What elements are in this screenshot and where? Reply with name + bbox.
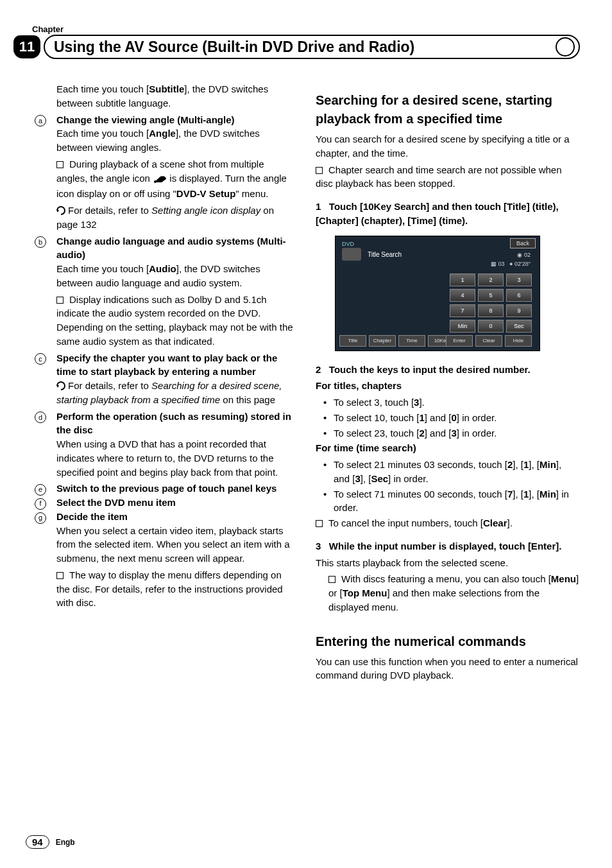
ss-dvd-label: DVD (342, 240, 354, 248)
note-icon (316, 520, 323, 527)
ss-disc-icon (342, 248, 361, 261)
item-15: f Select the DVD menu item (32, 496, 296, 510)
svg-point-0 (154, 180, 157, 183)
ss-key-1: 1 (450, 273, 475, 286)
item-11-num: b (35, 236, 46, 248)
titles-list: To select 3, touch [3]. To select 10, to… (316, 395, 580, 440)
ss-key-7: 7 (450, 304, 475, 317)
ss-action-buttons: Enter Clear Hide (446, 335, 532, 347)
ss-key-2: 2 (478, 273, 504, 286)
item-14: e Switch to the previous page of touch p… (32, 482, 296, 496)
page-footer: 94 Engb (26, 835, 75, 849)
item-12-num: c (35, 353, 46, 365)
ss-key-6: 6 (506, 289, 532, 302)
right-column: Searching for a desired scene, starting … (316, 82, 580, 685)
item-14-title: Switch to the previous page of touch pan… (56, 483, 276, 494)
left-column: Each time you touch [Subtitle], the DVD … (32, 82, 296, 685)
note-icon (56, 161, 64, 168)
item-15-num: f (35, 498, 46, 510)
item-12-title: Specify the chapter you want to play bac… (56, 352, 277, 378)
time-list: To select 21 minutes 03 seconds, touch [… (316, 458, 580, 515)
ss-key-5: 5 (478, 289, 504, 302)
for-titles-label: For titles, chapters (316, 379, 580, 393)
note-icon (56, 572, 64, 579)
language-code: Engb (56, 838, 75, 847)
subtitle-continuation: Each time you touch [Subtitle], the DVD … (56, 82, 296, 110)
item-13-title: Perform the operation (such as resuming)… (56, 411, 291, 436)
section-heading-numerical: Entering the numerical commands (316, 632, 580, 651)
item-11-title: Change audio language and audio systems … (56, 236, 286, 261)
ss-hide: Hide (505, 335, 532, 347)
note-icon (328, 576, 336, 583)
ui-screenshot: DVD Back Title Search ◉ 02 ▦ 03 ● 02'28"… (335, 236, 540, 351)
ss-key-sec: Sec (506, 320, 532, 333)
ss-key-9: 9 (506, 304, 532, 317)
ss-key-0: 0 (478, 320, 504, 333)
item-16-title: Decide the item (56, 511, 128, 522)
note-icon (56, 297, 64, 304)
reference-icon (56, 380, 65, 389)
ss-tabs: Title Chapter Time 10Key (339, 335, 455, 347)
for-time-label: For time (time search) (316, 441, 580, 455)
step-3: While the input number is displayed, tou… (329, 541, 562, 551)
chapter-number-badge: 11 (13, 35, 40, 58)
chapter-title: Using the AV Source (Built-in DVD Drive … (54, 39, 414, 56)
item-16: g Decide the item (32, 510, 296, 524)
item-15-title: Select the DVD menu item (56, 497, 176, 508)
chapter-label: Chapter (32, 24, 64, 34)
item-10-num: a (35, 115, 46, 126)
item-16-num: g (35, 512, 46, 524)
ss-meta: ◉ 02 ▦ 03 ● 02'28" (491, 250, 531, 268)
section-heading-search: Searching for a desired scene, starting … (316, 91, 580, 128)
item-10: a Change the viewing angle (Multi-angle) (32, 113, 296, 127)
ss-enter: Enter (446, 335, 473, 347)
ss-key-min: Min (450, 320, 475, 333)
ss-tab-time: Time (398, 335, 425, 347)
page-number: 94 (26, 835, 49, 849)
ss-keypad: 1 2 3 4 5 6 7 8 9 Min 0 Sec (450, 273, 532, 333)
step-1: Touch [10Key Search] and then touch [Tit… (316, 201, 559, 226)
ss-title-search: Title Search (368, 250, 402, 260)
item-13: d Perform the operation (such as resumin… (32, 410, 296, 438)
ss-clear: Clear (475, 335, 502, 347)
ss-tab-title: Title (339, 335, 366, 347)
item-11: b Change audio language and audio system… (32, 234, 296, 263)
item-10-title: Change the viewing angle (Multi-angle) (56, 114, 235, 125)
item-13-num: d (35, 412, 46, 423)
item-12: c Specify the chapter you want to play b… (32, 351, 296, 379)
ss-tab-chapter: Chapter (369, 335, 396, 347)
ss-key-4: 4 (450, 289, 475, 302)
chapter-title-bar: Using the AV Source (Built-in DVD Drive … (44, 35, 580, 59)
reference-icon (56, 205, 65, 214)
angle-icon (153, 173, 167, 187)
note-icon (316, 167, 323, 174)
item-14-num: e (35, 484, 46, 496)
ss-key-3: 3 (506, 273, 532, 286)
ss-back-button: Back (510, 238, 536, 248)
step-2: Touch the keys to input the desired numb… (329, 364, 531, 375)
ss-key-8: 8 (478, 304, 504, 317)
